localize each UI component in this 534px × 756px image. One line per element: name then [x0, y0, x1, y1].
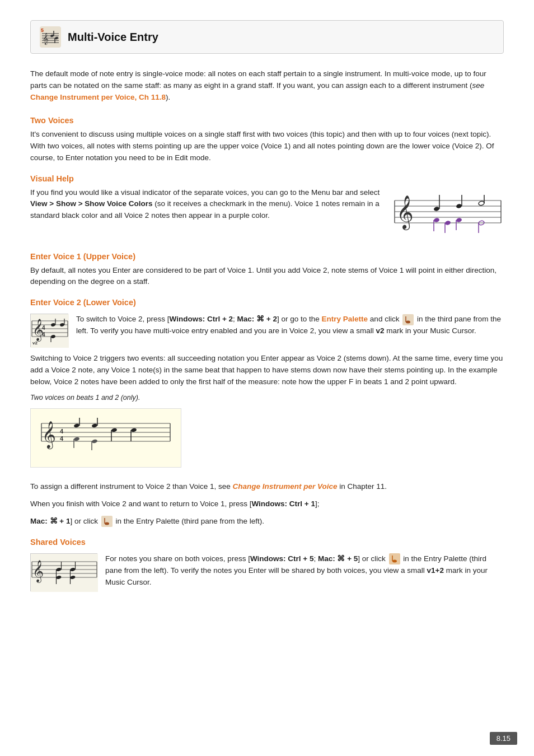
svg-rect-52 [402, 314, 414, 325]
svg-point-101 [392, 560, 397, 563]
voice2-para2: Switching to Voice 2 triggers two events… [30, 353, 504, 388]
svg-text:𝄞: 𝄞 [43, 32, 49, 45]
finish-voice2-text: When you finish with Voice 2 and want to… [30, 498, 504, 510]
win-shortcut-v2: Windows: Ctrl + 2 [170, 315, 233, 323]
win-shared-shortcut: Windows: Ctrl + 5 [250, 554, 314, 563]
visual-help-text: If you find you would like a visual indi… [30, 187, 381, 222]
section-body-two-voices: It's convenient to discuss using multipl… [30, 129, 504, 164]
mac-return-text: Mac: ⌘ + 1] or click in the Entry Palett… [30, 516, 504, 528]
intro-paragraph: The default mode of note entry is single… [30, 68, 504, 104]
svg-text:4: 4 [42, 332, 45, 338]
intro-link[interactable]: Change Instrument per Voice, Ch 11.8 [30, 93, 166, 101]
svg-point-28 [444, 220, 451, 225]
page-number: 8.15 [490, 732, 517, 745]
svg-text:𝄞: 𝄞 [42, 421, 56, 450]
page-title: Multi-Voice Entry [68, 31, 158, 44]
intro-text-start: The default mode of note entry is single… [30, 69, 486, 101]
svg-rect-100 [389, 553, 400, 564]
music-example-voice2: 𝄞 4 4 [30, 408, 181, 468]
assign-instrument-text: To assign a different instrument to Voic… [30, 481, 504, 493]
svg-text:5: 5 [41, 27, 44, 33]
shared-voices-text: For notes you share on both voices, pres… [105, 553, 504, 589]
music-icon: 𝄞 5 [40, 26, 61, 48]
svg-rect-78 [101, 516, 113, 527]
menu-path: View > Show > Show Voice Colors [30, 199, 153, 208]
svg-point-53 [406, 320, 410, 323]
svg-text:4: 4 [42, 325, 45, 331]
shared-voices-block: 𝄞 For notes you share on both voices, pr… [30, 553, 504, 591]
svg-point-24 [478, 200, 484, 206]
voice2-text: To switch to Voice 2, press [Windows: Ct… [76, 314, 504, 337]
section-heading-visual-help: Visual Help [30, 174, 504, 183]
svg-text:𝄞: 𝄞 [396, 195, 414, 231]
svg-text:4: 4 [60, 435, 64, 442]
change-instrument-link[interactable]: Change Instrument per Voice [232, 482, 337, 491]
mac-return-shortcut: Mac: ⌘ + 1 [30, 517, 70, 525]
section-heading-shared: Shared Voices [30, 538, 504, 547]
section-heading-voice2: Enter Voice 2 (Lower Voice) [30, 298, 504, 307]
svg-point-22 [456, 203, 462, 208]
voice2-thumb: 𝄞 4 4 v2 [30, 314, 68, 347]
shared-palette-icon [389, 553, 400, 564]
voice1-palette-icon [101, 516, 113, 527]
voice2-block: 𝄞 4 4 v2 To switch to Voice 2, press [Wi… [30, 314, 504, 347]
v2-mark: v2 [376, 326, 385, 335]
entry-palette-link[interactable]: Entry Palette [322, 315, 368, 323]
mac-shared-shortcut: Mac: ⌘ + 5 [318, 554, 358, 563]
v1v2-mark: v1+2 [427, 566, 444, 575]
visual-help-image: 𝄞 [392, 187, 504, 242]
page-header: 𝄞 5 Multi-Voice Entry [30, 20, 504, 54]
win-return-shortcut: Windows: Ctrl + 1 [251, 500, 315, 508]
svg-text:𝄞: 𝄞 [32, 560, 44, 583]
svg-point-30 [456, 217, 462, 222]
page-content: 𝄞 5 Multi-Voice Entry The default mode o… [0, 0, 534, 631]
mac-shortcut-v2: Mac: ⌘ + 2 [237, 315, 277, 323]
svg-text:v2: v2 [32, 340, 38, 346]
visual-help-section: If you find you would like a visual indi… [30, 187, 504, 242]
section-heading-voice1: Enter Voice 1 (Upper Voice) [30, 252, 504, 261]
music-staff-svg: 𝄞 4 4 [39, 413, 173, 461]
example-caption: Two voices on beats 1 and 2 (only). [30, 394, 504, 402]
voice2-palette-icon [402, 314, 414, 325]
section-body-voice1: By default, all notes you Enter are cons… [30, 265, 504, 288]
svg-point-79 [105, 522, 109, 525]
svg-point-20 [433, 206, 439, 211]
svg-text:4: 4 [60, 428, 64, 435]
section-heading-two-voices: Two Voices [30, 116, 504, 125]
svg-point-26 [433, 217, 439, 222]
intro-see: see [472, 81, 484, 90]
shared-voices-thumb: 𝄞 [30, 553, 97, 591]
